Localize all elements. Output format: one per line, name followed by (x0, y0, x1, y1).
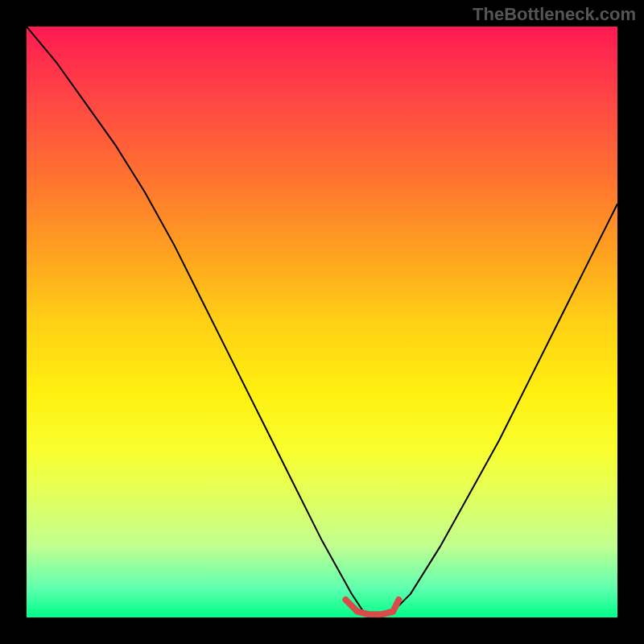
bottleneck-chart (27, 27, 617, 617)
chart-plot-area (27, 27, 617, 617)
bottleneck-curve-path (27, 27, 617, 617)
watermark-text: TheBottleneck.com (473, 4, 636, 25)
flat-min-band-path (345, 600, 398, 614)
